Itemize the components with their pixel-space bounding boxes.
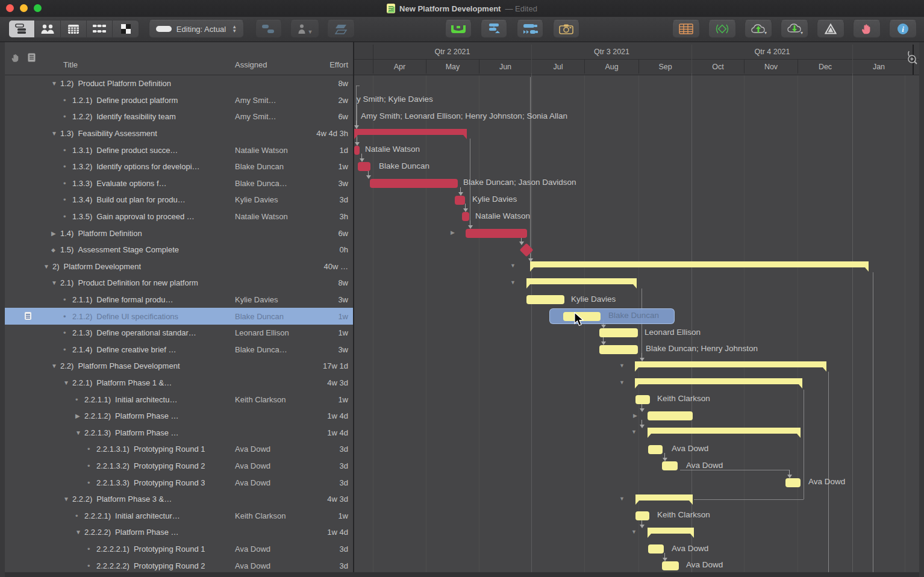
- disclosure-triangle[interactable]: ▼: [510, 263, 516, 269]
- gantt-bar[interactable]: [662, 561, 679, 570]
- disclosure-triangle[interactable]: ▼: [63, 379, 72, 386]
- disclosure-triangle-collapsed[interactable]: ▶: [633, 413, 637, 419]
- table-row[interactable]: •1.3.1)Define product succe…Natalie Wats…: [5, 142, 353, 158]
- table-row[interactable]: •2.2.1.3.3)Prototyping Round 3Ava Dowd3d: [5, 474, 353, 491]
- gantt-bar[interactable]: [662, 461, 678, 470]
- table-row[interactable]: •1.3.2)Identify options for developi…Bla…: [5, 158, 353, 175]
- table-row[interactable]: •2.2.2.2.2)Prototyping Round 2Ava Dowd3d: [5, 557, 353, 574]
- gantt-bar[interactable]: [648, 445, 663, 454]
- table-row[interactable]: •2.1.3)Define operational standar…Leonar…: [5, 325, 353, 342]
- milestones-button[interactable]: [708, 20, 736, 38]
- gantt-bar[interactable]: [785, 478, 801, 487]
- table-row[interactable]: ▼1.3)Feasibility Assessment4w 4d 3h: [5, 125, 353, 142]
- table-row[interactable]: •1.3.4)Build out plan for produ…Kylie Da…: [5, 192, 353, 208]
- table-row[interactable]: •1.3.5)Gain approval to proceed …Natalie…: [5, 208, 353, 225]
- table-row[interactable]: •2.2.2.1)Initial architectur…Keith Clark…: [5, 507, 353, 524]
- assign-resource-button[interactable]: ▼: [290, 20, 319, 38]
- table-row[interactable]: •1.2.1)Define product platformAmy Smit…2…: [5, 92, 353, 109]
- table-row[interactable]: ▼2.1)Product Definition for new platform…: [5, 275, 353, 292]
- disclosure-triangle[interactable]: ▼: [75, 529, 84, 535]
- zoom-window-button[interactable]: [34, 4, 42, 12]
- gantt-bar[interactable]: [599, 345, 638, 354]
- table-row[interactable]: ▼2.2.1.3)Platform Phase …1w 4d: [5, 424, 353, 441]
- camera-snapshot-button[interactable]: [553, 20, 579, 38]
- publish-button[interactable]: ▾: [745, 20, 772, 38]
- column-header-assigned[interactable]: Assigned: [235, 60, 267, 69]
- styles-view-button[interactable]: [113, 20, 139, 37]
- gantt-bar[interactable]: [648, 544, 664, 554]
- column-header-title[interactable]: Title: [63, 60, 78, 69]
- table-row[interactable]: ▼2.2)Platform Phase Development17w 1d: [5, 358, 353, 375]
- disclosure-triangle[interactable]: ▼: [43, 263, 52, 270]
- gantt-bar[interactable]: [635, 511, 649, 520]
- minimize-window-button[interactable]: [20, 4, 28, 12]
- disclosure-triangle[interactable]: ▶: [75, 413, 84, 419]
- editing-mode-dropdown[interactable]: Editing: Actual ▲▼: [149, 20, 244, 38]
- disclosure-triangle[interactable]: ▼: [63, 496, 72, 502]
- catch-up-button[interactable]: [445, 20, 472, 38]
- column-header-effort[interactable]: Effort: [329, 60, 348, 69]
- table-row[interactable]: ▶2.2.1.2)Platform Phase …1w 4d: [5, 408, 353, 425]
- disclosure-triangle[interactable]: ▼: [619, 363, 625, 369]
- table-row[interactable]: •1.3.3)Evaluate options f…Blake Dunca…3w: [5, 175, 353, 192]
- gantt-bar[interactable]: [462, 212, 469, 221]
- gantt-bar[interactable]: [648, 411, 693, 420]
- summary-bar[interactable]: [635, 378, 802, 384]
- summary-bar[interactable]: [648, 428, 801, 434]
- disclosure-triangle[interactable]: ▼: [631, 429, 637, 435]
- disclosure-triangle[interactable]: ▼: [619, 379, 625, 385]
- table-row[interactable]: •2.2.1.3.2)Prototyping Round 2Ava Dowd3d: [5, 458, 353, 475]
- table-row[interactable]: •2.1.1)Define formal produ…Kylie Davies3…: [5, 292, 353, 308]
- gantt-bar[interactable]: [635, 395, 650, 404]
- gantt-bar[interactable]: [358, 162, 370, 171]
- table-row[interactable]: ▼2.2.1)Platform Phase 1 &…4w 3d: [5, 375, 353, 391]
- table-row[interactable]: ▼2.2.2.2)Platform Phase …1w 4d: [5, 524, 353, 541]
- update-button[interactable]: ▾: [781, 20, 808, 38]
- link-dependency-button[interactable]: [255, 20, 282, 38]
- summary-bar[interactable]: [635, 361, 826, 367]
- disclosure-triangle[interactable]: ▼: [51, 130, 60, 137]
- summary-bar[interactable]: [635, 494, 693, 501]
- gantt-bar[interactable]: [599, 328, 638, 337]
- network-view-button[interactable]: [87, 20, 113, 37]
- gantt-bar[interactable]: [455, 196, 465, 205]
- connect-tasks-button[interactable]: [481, 20, 507, 38]
- disclosure-triangle[interactable]: ▼: [51, 279, 60, 286]
- table-row[interactable]: •2.1.2)Define UI specificationsBlake Dun…: [5, 308, 353, 325]
- disclosure-triangle[interactable]: ▼: [75, 429, 84, 436]
- change-tracking-button[interactable]: [817, 20, 844, 38]
- level-resources-button[interactable]: [327, 20, 355, 38]
- table-row[interactable]: ▼2)Platform Development40w …: [5, 258, 353, 275]
- gantt-view-button[interactable]: [9, 20, 35, 37]
- disclosure-triangle[interactable]: ▶: [51, 230, 60, 237]
- table-row[interactable]: ▼1.2)Product Platform Definition8w: [5, 75, 353, 92]
- disclosure-triangle[interactable]: ▼: [510, 279, 516, 285]
- gantt-bar[interactable]: [466, 229, 527, 238]
- disclosure-triangle[interactable]: ▼: [619, 496, 625, 502]
- summary-bar[interactable]: [354, 129, 467, 135]
- table-row[interactable]: •2.2.1.3.1)Prototyping Round 1Ava Dowd3d: [5, 441, 353, 458]
- gantt-bar[interactable]: [370, 179, 458, 188]
- gantt-bar[interactable]: [354, 146, 360, 155]
- gantt-bar[interactable]: [526, 295, 564, 304]
- table-row[interactable]: ◆1.5)Assessment Stage Complete0h: [5, 242, 353, 258]
- close-window-button[interactable]: [6, 4, 14, 12]
- calendar-view-button[interactable]: [61, 20, 87, 37]
- disclosure-triangle[interactable]: ▼: [51, 363, 60, 369]
- table-row[interactable]: ▶1.4)Platform Definition6w: [5, 225, 353, 242]
- disclosure-triangle[interactable]: ▼: [51, 80, 60, 87]
- disclosure-triangle-collapsed[interactable]: ▶: [451, 229, 455, 235]
- resources-view-button[interactable]: [35, 20, 61, 37]
- summary-bar[interactable]: [648, 528, 694, 534]
- filter-table-button[interactable]: [672, 20, 700, 38]
- summary-bar[interactable]: [526, 278, 637, 284]
- table-row[interactable]: •2.1.4)Define creative brief …Blake Dunc…: [5, 342, 353, 358]
- table-row[interactable]: •1.2.2)Identify feasibility teamAmy Smit…: [5, 108, 353, 125]
- disclosure-triangle[interactable]: ▼: [631, 529, 637, 535]
- table-row[interactable]: •2.2.2.2.1)Prototyping Round 1Ava Dowd3d: [5, 541, 353, 558]
- table-row[interactable]: ▼2.2.2)Platform Phase 3 &…4w 3d: [5, 491, 353, 508]
- summary-bar[interactable]: [530, 261, 869, 267]
- table-row[interactable]: •2.2.1.1)Initial architectu…Keith Clarks…: [5, 391, 353, 408]
- stop-button[interactable]: [853, 20, 881, 38]
- reschedule-button[interactable]: [517, 20, 543, 38]
